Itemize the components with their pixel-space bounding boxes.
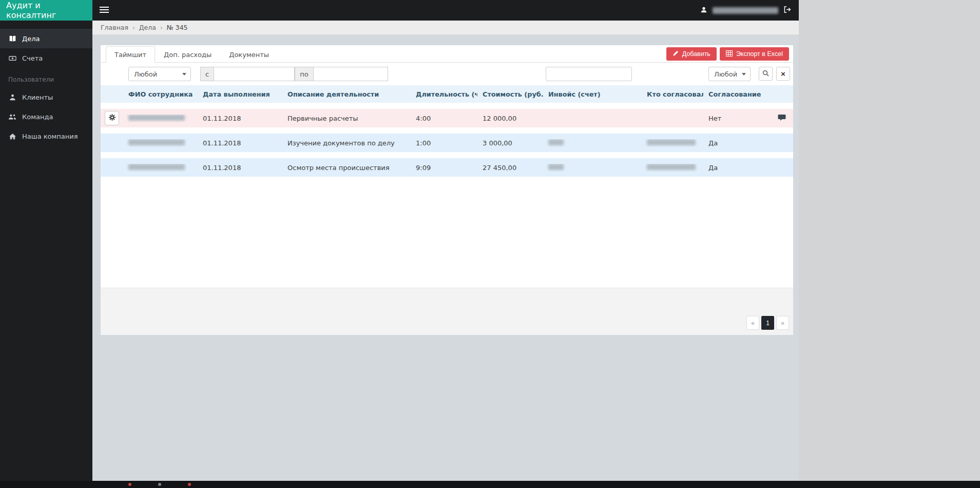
employee-filter-select[interactable]: Любой <box>128 67 191 81</box>
taskbar-icon[interactable] <box>188 483 191 486</box>
sidebar-item-invoices[interactable]: Счета <box>0 48 92 68</box>
tab-extra-expenses[interactable]: Доп. расходы <box>155 46 220 63</box>
taskbar <box>0 481 980 488</box>
export-button-label: Экспорт в Excel <box>736 50 783 58</box>
sidebar-item-label: Команда <box>22 113 53 121</box>
main-content: Главная › Дела › № 345 Таймшит Доп. расх… <box>92 21 799 481</box>
pagination-next-button[interactable]: » <box>776 316 789 330</box>
cell-duration: 4:00 <box>411 115 477 122</box>
table-row[interactable]: 01.11.2018 Изучение документов по делу 1… <box>101 134 793 152</box>
cell-duration: 9:09 <box>411 164 477 172</box>
breadcrumb-separator: › <box>132 24 135 31</box>
top-navbar: Аудит и консалтинг <box>0 0 799 21</box>
cell-cost: 27 450,00 <box>477 164 543 172</box>
approval-filter-value: Любой <box>714 70 737 78</box>
date-from-label: с <box>200 67 214 81</box>
column-header-invoice: Инвойс (счет) <box>543 90 642 98</box>
clear-filters-button[interactable]: × <box>776 67 790 81</box>
add-button[interactable]: Добавить <box>666 47 717 61</box>
cell-description: Изучение документов по делу <box>282 139 411 147</box>
card-footer: « 1 » <box>101 288 793 335</box>
money-icon <box>8 54 16 62</box>
date-from-input[interactable] <box>214 67 295 81</box>
comment-button[interactable] <box>778 114 786 123</box>
column-header-approval: Согласование <box>703 90 770 98</box>
add-button-label: Добавить <box>682 50 710 58</box>
gear-icon <box>108 114 116 123</box>
cell-duration: 1:00 <box>411 139 477 147</box>
employee-name-redacted <box>128 164 185 170</box>
navbar-right <box>700 0 799 21</box>
taskbar-icon[interactable] <box>158 483 161 486</box>
chevron-down-icon <box>742 73 746 76</box>
home-icon <box>8 133 16 140</box>
breadcrumb-separator: › <box>160 24 163 31</box>
date-range-filter: с по <box>200 67 388 81</box>
cell-date: 01.11.2018 <box>198 115 282 122</box>
column-header-approver: Кто согласовал <box>642 90 703 98</box>
filter-row: Любой с по Любой <box>101 63 793 85</box>
column-header-duration: Длительность (час) <box>411 90 477 98</box>
employee-filter-value: Любой <box>134 70 157 78</box>
export-excel-button[interactable]: Экспорт в Excel <box>720 47 789 61</box>
cell-cost: 3 000,00 <box>477 139 543 147</box>
sidebar-item-cases[interactable]: Дела <box>0 29 92 48</box>
approver-redacted <box>647 139 696 145</box>
breadcrumb-home[interactable]: Главная <box>101 24 128 31</box>
breadcrumb-current: № 345 <box>167 24 188 31</box>
book-icon <box>8 35 16 43</box>
cell-approval: Да <box>703 164 770 172</box>
client-icon <box>8 93 16 101</box>
table-row[interactable]: 01.11.2018 Осмотр места происшествия 9:0… <box>101 158 793 177</box>
pagination-page-1[interactable]: 1 <box>761 316 774 330</box>
cell-approval: Да <box>703 139 770 147</box>
user-name-redacted[interactable] <box>713 7 778 14</box>
breadcrumb: Главная › Дела › № 345 <box>92 21 799 35</box>
cell-cost: 12 000,00 <box>477 115 543 122</box>
pagination: « 1 » <box>746 316 789 330</box>
sidebar: Дела Счета Пользователи Клиенты Команда <box>0 21 92 481</box>
approver-redacted <box>647 164 696 170</box>
chat-bubble-icon <box>778 114 786 123</box>
cell-description: Осмотр места происшествия <box>282 164 411 172</box>
sidebar-item-team[interactable]: Команда <box>0 107 92 126</box>
pagination-prev-button[interactable]: « <box>746 316 759 330</box>
tabs-bar: Таймшит Доп. расходы Документы Добавить <box>101 45 793 63</box>
tab-timesheet[interactable]: Таймшит <box>106 46 155 63</box>
chevron-down-icon <box>182 73 186 76</box>
column-header-description: Описание деятельности <box>282 90 411 98</box>
column-header-employee: ФИО сотрудника <box>123 90 198 98</box>
sidebar-item-our-company[interactable]: Наша компания <box>0 126 92 146</box>
sidebar-toggle-button[interactable] <box>92 0 116 21</box>
table-header-row: ФИО сотрудника Дата выполнения Описание … <box>101 85 793 103</box>
toolbar-actions: Добавить Экспорт в Excel <box>666 47 789 61</box>
team-icon <box>8 113 16 121</box>
column-header-cost: Стоимость (руб.) <box>477 90 543 98</box>
approval-filter-select[interactable]: Любой <box>708 67 751 81</box>
user-icon <box>700 6 707 15</box>
cell-date: 01.11.2018 <box>198 139 282 147</box>
invoice-redacted <box>548 139 564 145</box>
sidebar-item-clients[interactable]: Клиенты <box>0 87 92 107</box>
pencil-icon <box>672 50 679 58</box>
table-grid-icon <box>726 50 733 58</box>
row-settings-button[interactable] <box>105 111 119 125</box>
invoice-redacted <box>548 164 564 170</box>
column-header-date: Дата выполнения <box>198 90 282 98</box>
invoice-filter-input[interactable] <box>546 67 632 81</box>
logout-icon <box>783 6 792 15</box>
taskbar-icon[interactable] <box>128 483 131 486</box>
breadcrumb-cases[interactable]: Дела <box>139 24 156 31</box>
employee-name-redacted <box>128 115 185 121</box>
sidebar-item-label: Дела <box>22 35 40 43</box>
hamburger-icon <box>100 6 109 15</box>
logout-button[interactable] <box>783 6 792 15</box>
cell-date: 01.11.2018 <box>198 164 282 172</box>
search-button[interactable] <box>759 67 773 81</box>
case-card: Таймшит Доп. расходы Документы Добавить <box>101 45 793 335</box>
table-row[interactable]: 01.11.2018 Первичные расчеты 4:00 12 000… <box>101 109 793 127</box>
date-to-input[interactable] <box>313 67 388 81</box>
brand-logo[interactable]: Аудит и консалтинг <box>0 0 92 21</box>
sidebar-item-label: Наша компания <box>22 133 78 140</box>
tab-documents[interactable]: Документы <box>220 46 278 63</box>
